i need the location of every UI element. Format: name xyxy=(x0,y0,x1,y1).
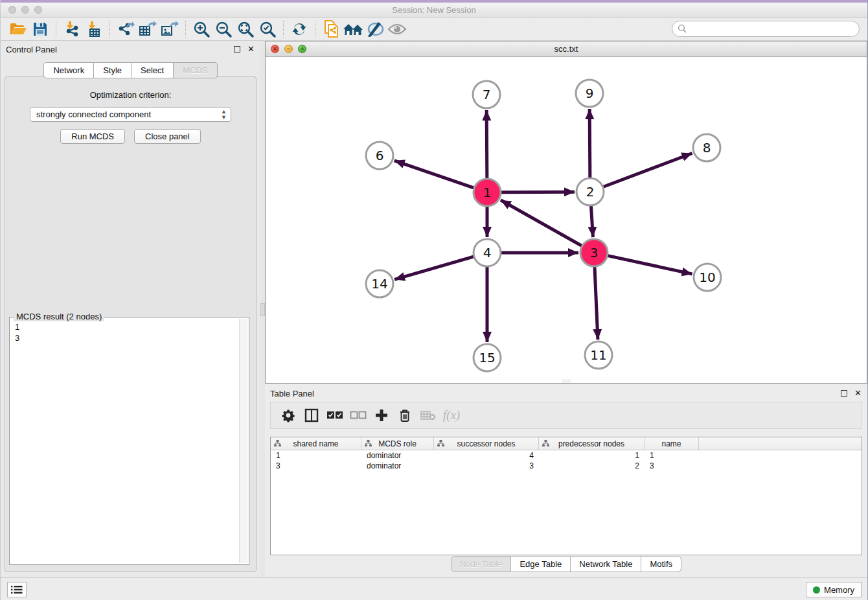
cell-predecessor-nodes[interactable]: 2 xyxy=(539,461,645,470)
style-brush-icon[interactable] xyxy=(364,19,386,39)
network-resize-handle-icon[interactable] xyxy=(562,380,571,382)
network-close-button[interactable]: × xyxy=(271,45,279,53)
column-header-successor-nodes[interactable]: successor nodes xyxy=(434,437,539,450)
open-file-icon[interactable] xyxy=(7,19,29,39)
splitter-handle-icon[interactable] xyxy=(260,303,265,316)
tab-motifs[interactable]: Motifs xyxy=(641,556,681,572)
unselect-all-icon[interactable] xyxy=(348,406,368,425)
table-tabs: Node Table Edge Table Network Table Moti… xyxy=(265,556,867,572)
graph-edge-2-8[interactable] xyxy=(604,153,692,187)
graph-edge-2-3[interactable] xyxy=(591,206,593,237)
cell-successor-nodes[interactable]: 4 xyxy=(434,451,539,460)
network-graph[interactable]: 1234678910111415 xyxy=(266,58,867,383)
graph-edge-3-1[interactable] xyxy=(501,200,582,246)
home-layout-icon[interactable] xyxy=(342,19,364,39)
cell-shared-name[interactable]: 3 xyxy=(271,461,361,470)
panel-splitter[interactable] xyxy=(260,41,265,577)
network-maximize-button[interactable]: + xyxy=(298,45,306,53)
zoom-out-icon[interactable] xyxy=(212,19,234,39)
tab-node-table[interactable]: Node Table xyxy=(451,556,512,572)
cell-shared-name[interactable]: 1 xyxy=(271,451,361,460)
graph-edge-1-6[interactable] xyxy=(394,161,474,188)
app-window: Session: New Session xyxy=(0,0,868,600)
delete-column-icon[interactable] xyxy=(395,406,415,425)
run-mcds-button[interactable]: Run MCDS xyxy=(60,129,125,144)
zoom-in-icon[interactable] xyxy=(190,19,212,39)
refresh-icon[interactable] xyxy=(288,19,310,39)
cell-predecessor-nodes[interactable]: 1 xyxy=(539,451,645,460)
column-label: name xyxy=(661,439,681,448)
search-icon xyxy=(678,24,687,33)
split-columns-icon[interactable] xyxy=(302,406,321,425)
tab-network[interactable]: Network xyxy=(43,62,94,78)
tab-style[interactable]: Style xyxy=(94,62,131,78)
graph-edge-1-7[interactable] xyxy=(486,110,487,178)
clone-network-icon[interactable] xyxy=(320,19,342,39)
gear-icon[interactable] xyxy=(279,406,298,425)
window-title: Session: New Session xyxy=(1,5,867,15)
tab-network-table[interactable]: Network Table xyxy=(571,556,641,572)
export-table-icon[interactable] xyxy=(137,19,159,39)
result-scrollbar[interactable] xyxy=(239,319,247,563)
graph-node-label-6: 6 xyxy=(376,148,384,163)
graph-edge-4-14[interactable] xyxy=(394,257,474,279)
graph-edge-1-2[interactable] xyxy=(501,192,575,192)
network-window-titlebar[interactable]: × − + scc.txt xyxy=(266,41,867,57)
eye-icon[interactable] xyxy=(386,19,408,39)
cell-mcds-role[interactable]: dominator xyxy=(361,461,434,470)
import-network-icon[interactable] xyxy=(61,19,83,39)
control-panel-title: Control Panel xyxy=(6,45,57,54)
memory-button[interactable]: Memory xyxy=(806,582,862,597)
list-icon xyxy=(11,585,23,594)
zoom-selected-icon[interactable] xyxy=(257,19,279,39)
import-table-icon[interactable] xyxy=(83,19,105,39)
graph-node-label-4: 4 xyxy=(483,245,492,260)
save-session-icon[interactable] xyxy=(29,19,51,39)
cell-name[interactable]: 1 xyxy=(645,451,699,460)
float-panel-icon[interactable] xyxy=(233,45,241,54)
network-canvas[interactable]: 1234678910111415 xyxy=(266,58,867,383)
graph-edge-3-10[interactable] xyxy=(608,256,692,274)
graph-edge-3-11[interactable] xyxy=(595,267,598,340)
tab-select[interactable]: Select xyxy=(131,62,174,78)
main-toolbar xyxy=(1,17,867,41)
add-column-icon[interactable] xyxy=(372,406,391,425)
task-history-button[interactable] xyxy=(7,582,27,597)
close-panel-icon[interactable]: ✕ xyxy=(247,45,255,54)
search-input[interactable] xyxy=(672,21,860,37)
table-header-row: shared name MCDS role successor nodes pr… xyxy=(271,437,862,450)
graph-node-label-2: 2 xyxy=(586,184,595,200)
criterion-select[interactable]: strongly connected component ▲▼ xyxy=(30,107,231,122)
table-row[interactable]: 3 dominator 3 2 3 xyxy=(271,461,862,471)
graph-node-label-11: 11 xyxy=(590,347,606,363)
table-row[interactable]: 1 dominator 4 1 1 xyxy=(271,450,862,461)
toolbar-separator xyxy=(315,21,315,38)
close-table-panel-icon[interactable]: ✕ xyxy=(854,389,862,398)
float-table-panel-icon[interactable] xyxy=(839,389,848,398)
export-network-icon[interactable] xyxy=(115,19,137,39)
status-bar: Memory xyxy=(1,577,867,600)
control-panel: Control Panel ✕ Network Style Select MCD… xyxy=(1,41,260,577)
export-image-icon[interactable] xyxy=(159,19,181,39)
column-header-name[interactable]: name xyxy=(645,437,699,450)
cell-mcds-role[interactable]: dominator xyxy=(361,451,434,460)
zoom-fit-icon[interactable] xyxy=(234,19,257,39)
graph-edge-2-9[interactable] xyxy=(589,109,590,178)
select-all-icon[interactable] xyxy=(325,406,345,425)
graph-node-label-10: 10 xyxy=(699,270,715,285)
toolbar-separator xyxy=(283,21,284,38)
cell-name[interactable]: 3 xyxy=(645,461,699,470)
column-header-shared-name[interactable]: shared name xyxy=(271,437,361,450)
graph-node-label-1: 1 xyxy=(483,185,492,200)
tab-edge-table[interactable]: Edge Table xyxy=(511,556,571,572)
tree-icon xyxy=(437,440,444,447)
network-minimize-button[interactable]: − xyxy=(284,45,293,53)
titlebar: Session: New Session xyxy=(1,3,867,17)
cell-successor-nodes[interactable]: 3 xyxy=(434,461,539,470)
column-header-predecessor-nodes[interactable]: predecessor nodes xyxy=(539,437,645,450)
column-header-mcds-role[interactable]: MCDS role xyxy=(361,437,434,450)
close-panel-button[interactable]: Close panel xyxy=(134,129,201,144)
tab-mcds[interactable]: MCDS xyxy=(174,62,217,78)
mcds-result-text[interactable]: 1 3 xyxy=(11,319,238,563)
mcds-result-group: MCDS result (2 nodes) 1 3 xyxy=(9,317,249,565)
